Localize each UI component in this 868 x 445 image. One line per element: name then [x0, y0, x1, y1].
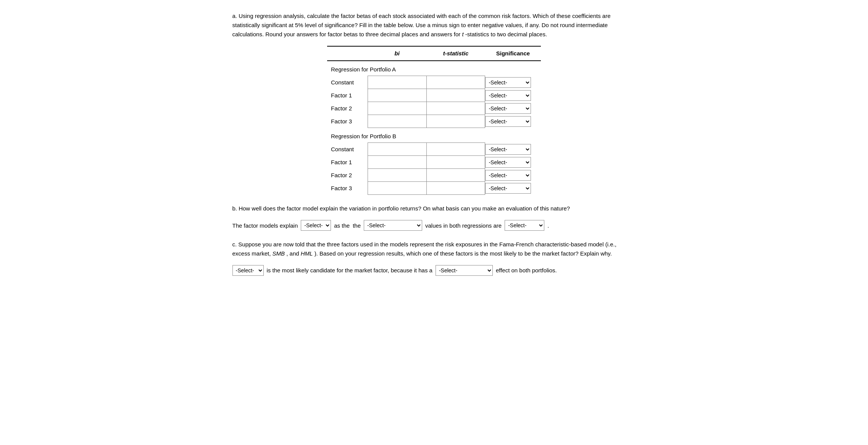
row-label-a-constant: Constant	[327, 76, 368, 89]
part-b-text4: values in both regressions are	[425, 220, 502, 231]
select-b-metric[interactable]: -Select- R-squared adjusted R-squared t-…	[364, 220, 422, 231]
select-a-factor1-sig[interactable]: -Select- Yes No	[485, 90, 531, 101]
part-a-text2: -statistics to two decimal places.	[465, 31, 547, 37]
input-cell-b-constant-tstat[interactable]	[426, 143, 485, 156]
part-b-text3: the	[353, 220, 361, 231]
input-b-constant-bi[interactable]	[368, 144, 418, 155]
row-label-a-factor1: Factor 1	[327, 89, 368, 102]
part-a-text: a. Using regression analysis, calculate …	[232, 13, 611, 37]
select-cell-a-factor3-sig[interactable]: -Select- Yes No	[485, 115, 541, 128]
portfolio-b-label: Regression for Portfolio B	[327, 128, 541, 143]
input-b-factor1-tstat[interactable]	[427, 157, 476, 168]
input-cell-b-factor1-bi[interactable]	[368, 156, 426, 169]
part-c-text2: ). Based on your regression results, whi…	[315, 250, 612, 257]
table-row: Factor 3 -Select- Yes No	[327, 182, 541, 195]
select-cell-a-factor1-sig[interactable]: -Select- Yes No	[485, 89, 541, 102]
input-a-factor2-bi[interactable]	[368, 103, 418, 114]
select-b-factor3-sig[interactable]: -Select- Yes No	[485, 183, 531, 194]
select-c-factor[interactable]: -Select- Factor 1 Factor 2 Factor 3	[232, 265, 264, 276]
row-label-b-factor3: Factor 3	[327, 182, 368, 195]
smb-label: SMB	[273, 250, 285, 257]
part-b-period: .	[547, 220, 549, 231]
input-b-constant-tstat[interactable]	[427, 144, 476, 155]
part-c-answer: -Select- Factor 1 Factor 2 Factor 3 is t…	[232, 265, 636, 276]
input-a-constant-bi[interactable]	[368, 77, 418, 88]
portfolio-a-label: Regression for Portfolio A	[327, 61, 541, 76]
header-bi: bi	[368, 46, 426, 61]
header-empty	[327, 46, 368, 61]
row-label-b-factor2: Factor 2	[327, 169, 368, 182]
input-cell-a-factor3-tstat[interactable]	[426, 115, 485, 128]
regression-table: bi t-statistic Significance Regression f…	[327, 46, 541, 195]
table-row: Factor 1 -Select- Yes No	[327, 89, 541, 102]
select-b-constant-sig[interactable]: -Select- Yes No	[485, 144, 531, 155]
part-c-text3: is the most likely candidate for the mar…	[267, 266, 432, 275]
part-a-block: a. Using regression analysis, calculate …	[232, 11, 636, 195]
select-cell-b-constant-sig[interactable]: -Select- Yes No	[485, 143, 541, 156]
header-sig: Significance	[485, 46, 541, 61]
input-cell-b-factor1-tstat[interactable]	[426, 156, 485, 169]
table-row: Factor 3 -Select- Yes No	[327, 115, 541, 128]
input-a-factor1-tstat[interactable]	[427, 90, 476, 101]
input-b-factor3-bi[interactable]	[368, 183, 418, 194]
input-a-factor2-tstat[interactable]	[427, 103, 476, 114]
select-b-factor1-sig[interactable]: -Select- Yes No	[485, 157, 531, 168]
part-b-block: b. How well does the factor model explai…	[232, 204, 636, 231]
input-cell-a-factor1-bi[interactable]	[368, 89, 426, 102]
select-cell-a-constant-sig[interactable]: -Select- Yes No	[485, 76, 541, 89]
input-b-factor2-tstat[interactable]	[427, 170, 476, 181]
input-cell-a-factor2-tstat[interactable]	[426, 102, 485, 115]
part-c-and: , and	[286, 250, 299, 257]
row-label-a-factor3: Factor 3	[327, 115, 368, 128]
input-b-factor1-bi[interactable]	[368, 157, 418, 168]
part-b-text2: as the	[334, 220, 350, 231]
part-b-answer: The factor models explain -Select- well …	[232, 220, 636, 231]
row-label-b-constant: Constant	[327, 143, 368, 156]
table-row: Factor 2 -Select- Yes No	[327, 169, 541, 182]
input-cell-a-constant-tstat[interactable]	[426, 76, 485, 89]
input-cell-b-factor3-tstat[interactable]	[426, 182, 485, 195]
select-cell-a-factor2-sig[interactable]: -Select- Yes No	[485, 102, 541, 115]
row-label-a-factor2: Factor 2	[327, 102, 368, 115]
part-b-question: b. How well does the factor model explai…	[232, 204, 636, 213]
input-cell-a-constant-bi[interactable]	[368, 76, 426, 89]
select-b-factor2-sig[interactable]: -Select- Yes No	[485, 170, 531, 181]
part-c-block: c. Suppose you are now told that the thr…	[232, 240, 636, 276]
t-italic: t	[462, 31, 463, 37]
input-a-factor1-bi[interactable]	[368, 90, 418, 101]
row-label-b-factor1: Factor 1	[327, 156, 368, 169]
select-c-effect-type[interactable]: -Select- large positive large negative s…	[436, 265, 493, 276]
input-cell-b-factor2-bi[interactable]	[368, 169, 426, 182]
portfolio-b-header-row: Regression for Portfolio B	[327, 128, 541, 143]
table-header-row: bi t-statistic Significance	[327, 46, 541, 61]
input-b-factor3-tstat[interactable]	[427, 183, 476, 194]
input-b-factor2-bi[interactable]	[368, 170, 418, 181]
input-cell-b-factor3-bi[interactable]	[368, 182, 426, 195]
input-a-factor3-tstat[interactable]	[427, 116, 476, 127]
select-a-constant-sig[interactable]: -Select- Yes No	[485, 77, 531, 88]
input-a-constant-tstat[interactable]	[427, 77, 476, 88]
table-row: Constant -Select- Yes No	[327, 76, 541, 89]
part-a-instruction: a. Using regression analysis, calculate …	[232, 11, 636, 39]
input-a-factor3-bi[interactable]	[368, 116, 418, 127]
select-a-factor2-sig[interactable]: -Select- Yes No	[485, 103, 531, 114]
regression-table-container: bi t-statistic Significance Regression f…	[232, 46, 636, 195]
table-row: Constant -Select- Yes No	[327, 143, 541, 156]
select-b-explain[interactable]: -Select- well poorly	[301, 220, 331, 231]
select-cell-b-factor2-sig[interactable]: -Select- Yes No	[485, 169, 541, 182]
part-c-text4: effect on both portfolios.	[496, 266, 557, 275]
table-row: Factor 2 -Select- Yes No	[327, 102, 541, 115]
select-cell-b-factor3-sig[interactable]: -Select- Yes No	[485, 182, 541, 195]
input-cell-a-factor3-bi[interactable]	[368, 115, 426, 128]
input-cell-b-factor2-tstat[interactable]	[426, 169, 485, 182]
portfolio-a-header-row: Regression for Portfolio A	[327, 61, 541, 76]
select-cell-b-factor1-sig[interactable]: -Select- Yes No	[485, 156, 541, 169]
part-b-text1: The factor models explain	[232, 220, 298, 231]
hml-label: HML	[301, 250, 313, 257]
select-a-factor3-sig[interactable]: -Select- Yes No	[485, 116, 531, 127]
select-b-value[interactable]: -Select- high low significant insignific…	[505, 220, 544, 231]
input-cell-a-factor1-tstat[interactable]	[426, 89, 485, 102]
input-cell-a-factor2-bi[interactable]	[368, 102, 426, 115]
input-cell-b-constant-bi[interactable]	[368, 143, 426, 156]
header-tstat: t-statistic	[426, 46, 485, 61]
